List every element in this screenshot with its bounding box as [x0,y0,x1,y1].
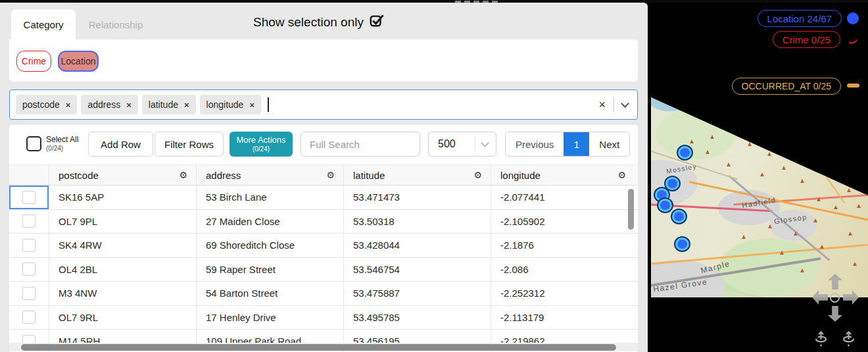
column-gear-icon[interactable]: ⚙ [473,170,482,180]
cell-latitude[interactable]: 53.546754 [344,258,491,282]
cell-latitude[interactable]: 53.495785 [344,306,491,330]
chip-postcode[interactable]: postcode × [16,95,77,114]
horizontal-scrollbar-thumb[interactable] [21,344,616,351]
column-gear-icon[interactable]: ⚙ [617,170,626,180]
show-selection-only-toggle[interactable]: Show selection only [253,13,384,31]
table-row[interactable]: SK4 4RW 69 Shoreditch Close 53.428044 -2… [9,234,638,258]
cell-postcode[interactable]: OL7 9PL [49,210,197,234]
cell-address[interactable]: 17 Henley Drive [197,306,344,330]
table-row[interactable]: SK16 5AP 53 Birch Lane 53.471473 -2.0774… [9,186,638,210]
previous-page-button[interactable]: Previous [506,132,564,156]
map-marker[interactable] [665,177,679,190]
table-row[interactable]: OL4 2BL 59 Raper Street 53.546754 -2.086 [9,258,638,282]
legend-occurred-at-badge[interactable]: OCCURRED_AT 0/25 [732,78,841,95]
cell-address[interactable]: 54 Barton Street [197,282,344,305]
cell-longitude[interactable]: -2.086 [491,258,635,282]
cell-postcode[interactable]: OL7 9RL [49,306,197,330]
rotate-right-icon[interactable] [840,330,857,348]
table-row[interactable]: M3 4NW 54 Barton Street 53.475887 -2.252… [9,282,638,306]
cell-latitude[interactable]: 53.471473 [344,186,491,209]
legend-location-badge[interactable]: Location 24/67 [758,10,842,27]
add-row-button[interactable]: Add Row [88,132,153,157]
table-toolbar: Select All (0/24) Add Row Filter Rows Mo… [9,125,638,162]
clear-all-icon[interactable]: × [598,99,606,111]
cell-address[interactable]: 27 Maiden Close [197,210,344,234]
select-all-control[interactable]: Select All (0/24) [26,136,78,152]
row-checkbox-cell[interactable] [9,186,49,209]
cell-longitude[interactable]: -2.1876 [491,234,635,257]
chip-label: postcode [22,99,60,110]
select-all-checkbox[interactable] [26,136,41,151]
column-header-address[interactable]: address ⚙ [197,165,344,185]
cell-longitude[interactable]: -2.113179 [491,306,635,330]
chip-latitude[interactable]: latitude × [142,95,196,114]
chip-longitude[interactable]: longitude × [200,95,261,114]
rotate-left-icon[interactable] [812,330,830,348]
cell-postcode[interactable]: SK16 5AP [49,186,197,209]
row-checkbox-cell[interactable] [9,282,49,305]
cell-postcode[interactable]: SK4 4RW [49,234,197,257]
page-size-select[interactable]: 500 [428,132,496,157]
row-checkbox[interactable] [22,287,36,300]
peak-marker-icon [857,204,861,208]
chip-address[interactable]: address × [81,95,137,114]
map-marker[interactable] [658,199,672,212]
row-checkbox[interactable] [22,263,36,276]
column-header-latitude[interactable]: latitude ⚙ [344,165,491,185]
pan-center-circle[interactable] [830,293,840,303]
chevron-down-icon[interactable] [621,99,629,108]
cell-address[interactable]: 69 Shoreditch Close [197,234,344,257]
cell-latitude[interactable]: 53.428044 [344,234,491,257]
row-checkbox-cell[interactable] [9,258,49,282]
graph-map-panel[interactable]: Mossley Hadfield Glossop Marple Hazel Gr… [648,0,868,352]
tab-relationship[interactable]: Relationship [80,9,151,39]
category-location-button[interactable]: Location [58,51,99,72]
chip-remove-icon[interactable]: × [126,100,132,110]
checked-checkbox-icon[interactable] [370,13,384,31]
column-header-postcode[interactable]: postcode ⚙ [49,165,197,185]
cell-longitude[interactable]: -2.252312 [491,282,635,305]
horizontal-scrollbar-track[interactable] [9,343,638,351]
chip-remove-icon[interactable]: × [249,100,254,110]
category-crime-button[interactable]: Crime [16,51,51,72]
row-checkbox[interactable] [22,214,36,228]
peak-marker-icon [817,197,821,201]
row-checkbox-cell[interactable] [9,234,49,257]
cell-address[interactable]: 53 Birch Lane [197,186,344,209]
column-header-longitude[interactable]: longitude ⚙ [491,165,635,185]
cell-longitude[interactable]: -2.105902 [491,210,635,234]
cell-latitude[interactable]: 53.50318 [344,210,491,234]
cell-latitude[interactable]: 53.475887 [344,282,491,305]
filter-rows-button[interactable]: Filter Rows [155,132,224,157]
more-actions-button[interactable]: More Actions (0/24) [229,132,293,157]
cell-postcode[interactable]: M3 4NW [49,282,197,305]
map-marker[interactable] [675,238,689,251]
table-row[interactable]: OL7 9RL 17 Henley Drive 53.495785 -2.113… [9,306,638,330]
row-checkbox-cell[interactable] [9,210,49,234]
peak-marker-icon [780,251,784,255]
pan-down-arrow[interactable] [828,306,842,322]
next-page-button[interactable]: Next [589,132,629,156]
tab-category[interactable]: Category [11,9,76,39]
chip-remove-icon[interactable]: × [66,100,71,110]
current-page-button[interactable]: 1 [564,132,589,156]
chevron-down-icon[interactable] [481,139,489,147]
cell-address[interactable]: 59 Raper Street [197,258,344,282]
row-checkbox[interactable] [22,191,36,204]
cell-longitude[interactable]: -2.077441 [491,186,635,209]
map-marker[interactable] [678,146,692,159]
row-checkbox-cell[interactable] [9,306,49,330]
map-marker[interactable] [672,210,686,223]
row-checkbox[interactable] [22,311,36,324]
column-gear-icon[interactable]: ⚙ [326,170,335,180]
row-checkbox[interactable] [22,239,36,252]
cell-postcode[interactable]: OL4 2BL [49,258,197,282]
legend-crime-badge[interactable]: Crime 0/25 [773,31,840,48]
chip-remove-icon[interactable]: × [184,100,189,110]
vertical-scrollbar-thumb[interactable] [628,189,634,230]
table-row[interactable]: OL7 9PL 27 Maiden Close 53.50318 -2.1059… [9,210,638,234]
peak-marker-icon [732,126,736,130]
column-gear-icon[interactable]: ⚙ [179,170,187,180]
full-search-input[interactable] [301,132,420,157]
field-chips-input[interactable]: postcode × address × latitude × longitud… [9,89,638,120]
